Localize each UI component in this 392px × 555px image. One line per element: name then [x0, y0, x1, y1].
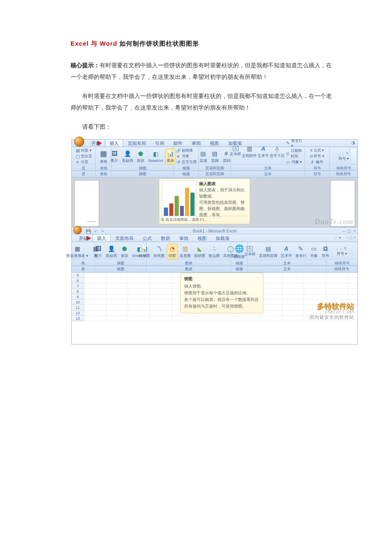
pages-stack: ▤封面 ▾ ▢空白页 ≡分页 — [75, 148, 92, 165]
row-header[interactable]: 6 — [72, 278, 84, 284]
group-label-illustrations: 插图 — [113, 165, 172, 171]
xl-inner-min[interactable]: – — [346, 235, 348, 240]
pivottable-button[interactable]: ▦数据透视表 ▾ — [66, 244, 89, 259]
word-tab-home[interactable]: 开始 — [87, 139, 105, 147]
equation-button[interactable]: π 公式 ▾ — [310, 148, 324, 153]
cover-page-icon: ▤ — [75, 149, 80, 153]
chart-bar — [190, 193, 195, 216]
row-header[interactable]: 9 — [72, 294, 84, 300]
excel-group-special: , ; ? 符号 ▾ 特殊符号 — [326, 242, 358, 266]
word-tab-review[interactable]: 审阅 — [187, 139, 205, 147]
xl-headerfooter-button[interactable]: ▤页眉和页脚 — [258, 244, 278, 259]
row-header[interactable]: 5 — [72, 273, 84, 278]
word-tab-view[interactable]: 视图 — [205, 139, 224, 147]
close-button[interactable]: × — [353, 229, 356, 233]
header-button[interactable]: ▤页眉 — [198, 149, 208, 164]
bar-chart-button[interactable]: ▥条形图 — [179, 244, 192, 259]
numbering-button[interactable]: #编号 — [310, 159, 324, 165]
excel-sheet[interactable]: 5 6 7 8 9 10 11 12 13 饼图 插入饼图。 饼图用于显示每个值… — [72, 273, 358, 323]
wordart-button[interactable]: A艺术字 — [258, 144, 269, 159]
page-break-button[interactable]: ≡分页 — [75, 159, 92, 165]
excel-office-button[interactable] — [73, 226, 82, 234]
excel-tab-data[interactable]: 数据 — [156, 234, 175, 242]
symbol-button[interactable]: Ω 符号 ▾ — [310, 154, 324, 159]
xl-shapes-button[interactable]: ⬟形状 — [119, 244, 129, 259]
excel-tab-formulas[interactable]: 公式 — [138, 234, 156, 242]
footer-button[interactable]: ▤页脚 — [210, 149, 220, 164]
picture-button[interactable]: 🖼图片 — [110, 149, 119, 164]
word-group-text: A文本框 ▥文档部件 A艺术字 A͇首字下沉 ✎签名行 ▾ ⏲日期和时间 ▭对象… — [231, 147, 305, 171]
footer-icon: ▤ — [211, 149, 219, 158]
row-header[interactable]: 10 — [72, 300, 84, 305]
excel-title: Book1 - Microsoft Excel — [72, 229, 358, 233]
word-tab-mailings[interactable]: 邮件 — [169, 139, 187, 147]
row-header[interactable]: 12 — [72, 311, 84, 316]
xl-special-row1[interactable]: , ; ? — [337, 247, 348, 251]
special-row1[interactable]: , ; ? — [338, 152, 349, 156]
excel-group-charts: 📊柱形图 〽折线图 ◔饼图 ▥条形图 ◣面积图 ∴散点图 ◯其他图表 图表 — [146, 242, 231, 266]
chart-bar — [185, 188, 189, 216]
xl-strip-links: 链接 — [231, 266, 248, 272]
row-header[interactable]: 13 — [72, 316, 84, 321]
xl-signature-button[interactable]: ✎签名行 — [295, 244, 307, 259]
signature-line-button[interactable]: ✎签名行 ▾ — [286, 138, 306, 148]
xl-special-more-button[interactable]: 符号 ▾ — [337, 251, 348, 257]
scatter-chart-button[interactable]: ∴散点图 — [208, 244, 221, 259]
xl-strip-illust: 插图 — [95, 266, 146, 272]
shapes-button[interactable]: ⬟形状 — [136, 149, 146, 164]
insert-chart-tooltip: 插入图表 插入图表，用于演示和比较数据。 可用类型包括条形图、饼图、折线图、面积… — [159, 178, 250, 224]
word-tab-insert[interactable]: 插入 — [105, 139, 123, 147]
xl-shapes-icon: ⬟ — [120, 244, 129, 253]
core-hint-text: 有时需要在文档中插入一些饼状的图形有时需要柱状的，但是我都不知道知道怎么插入，在… — [71, 62, 332, 80]
xl-wordart-button[interactable]: A艺术字 — [280, 244, 293, 259]
shapes-icon: ⬟ — [136, 149, 145, 158]
xl-picture-button[interactable]: 🖼图片 — [93, 244, 103, 259]
excel-tab-addins[interactable]: 加载项 — [211, 234, 234, 242]
row-header[interactable]: 8 — [72, 289, 84, 294]
xl-inner-close[interactable]: × — [354, 235, 356, 240]
excel-tab-insert[interactable]: 插入 — [93, 234, 111, 242]
xl-inner-max[interactable]: ▢ — [349, 235, 353, 240]
excel-tab-pagelayout[interactable]: 页面布局 — [111, 234, 138, 242]
object-button[interactable]: ▭对象 ▾ — [286, 159, 306, 165]
row-header[interactable]: 11 — [72, 305, 84, 311]
row-header[interactable]: 7 — [72, 284, 84, 289]
hyperlink-button[interactable]: 🔗超链接 — [176, 148, 197, 153]
line-chart-button[interactable]: 〽折线图 — [153, 244, 166, 259]
crossref-button[interactable]: ↺交叉引用 — [176, 159, 197, 165]
area-chart-button[interactable]: ◣面积图 — [193, 244, 206, 259]
textbox-button[interactable]: A文本框 — [230, 146, 241, 157]
word-tab-references[interactable]: 引用 — [151, 139, 169, 147]
blank-page-button[interactable]: ▢空白页 — [75, 154, 92, 159]
excel-tab-view[interactable]: 视图 — [193, 234, 211, 242]
quickparts-button[interactable]: ▥文档部件 — [243, 144, 256, 159]
bookmark-button[interactable]: ★书签 — [176, 154, 197, 159]
pagenumber-icon: # — [222, 149, 231, 158]
excel-help-icon[interactable]: ❔ ▾ — [333, 235, 341, 240]
max-button[interactable]: ▢ — [347, 229, 351, 233]
duote-watermark: 多特软件站 DuoTe.Com 国内最安全的软件站 — [309, 303, 354, 320]
xl-headerfooter-icon: ▤ — [264, 244, 272, 253]
xl-textbox-button[interactable]: A文本框 — [243, 246, 256, 257]
word-help-icon[interactable]: ◑ — [351, 140, 355, 145]
excel-row-headers: 5 6 7 8 9 10 11 12 13 — [72, 273, 84, 321]
clipart-button[interactable]: 👤剪贴画 — [121, 149, 134, 164]
table-button[interactable]: ▦ 表格 — [97, 148, 110, 165]
page-break-icon: ≡ — [75, 160, 80, 164]
chart-icon: 📊 — [166, 149, 175, 158]
word-tab-pagelayout[interactable]: 页面布局 — [123, 139, 151, 147]
cover-page-button[interactable]: ▤封面 ▾ — [75, 148, 92, 153]
special-more-button[interactable]: 符号 ▾ — [338, 156, 349, 161]
dropcap-button[interactable]: A͇首字下沉 — [270, 144, 284, 159]
xl-object-button[interactable]: ▭对象 — [309, 244, 319, 259]
smartart-button[interactable]: ◧SmartArt — [147, 149, 164, 163]
xl-clipart-button[interactable]: 👤剪贴画 — [105, 244, 118, 259]
datetime-button[interactable]: ⏲日期和时间 — [286, 148, 306, 159]
column-chart-button[interactable]: 📊柱形图 — [138, 244, 151, 259]
min-button[interactable]: – — [343, 229, 345, 233]
word-help-pill[interactable] — [350, 148, 357, 164]
watermark-duote-1: DuoTe.com — [314, 218, 353, 226]
excel-tab-review[interactable]: 审阅 — [175, 234, 193, 242]
pie-chart-button[interactable]: ◔饼图 — [167, 244, 177, 259]
office-button[interactable] — [74, 137, 84, 147]
